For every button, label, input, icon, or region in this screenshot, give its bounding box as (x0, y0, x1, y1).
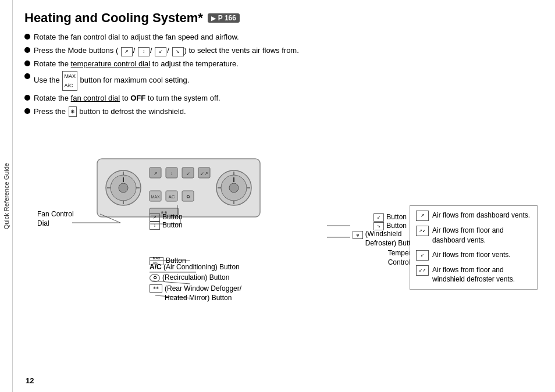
ac-button-label: A/C (Air Conditioning) Button (150, 263, 240, 272)
info-text-4: Air flows from floor and windshield defr… (432, 265, 531, 285)
mode-icon-4: ↘ (172, 47, 184, 56)
info-box: ↗ Air flows from dashboard vents. ↗↙ Air… (410, 205, 538, 290)
mode-icon-2: ↕ (138, 47, 150, 56)
list-item: Rotate the fan control dial to adjust th… (24, 31, 543, 43)
svg-point-3 (119, 183, 128, 193)
svg-text:↙↗: ↙↗ (200, 171, 208, 176)
bullet-text: Rotate the fan control dial to OFF to tu… (34, 92, 220, 104)
svg-text:↕: ↕ (170, 171, 173, 176)
bullet-text: Press the Mode buttons ( ↗/ ↕/ ↙/ ↘) to … (34, 45, 299, 56)
mode-icon-3: ↙ (155, 47, 166, 56)
list-item: Press the Mode buttons ( ↗/ ↕/ ↙/ ↘) to … (24, 45, 543, 56)
info-icon-4: ↙↗ (416, 265, 429, 276)
ref-number: P 166 (218, 14, 236, 22)
svg-text:↗: ↗ (154, 171, 158, 176)
bullet-list: Rotate the fan control dial to adjust th… (24, 31, 543, 117)
svg-point-25 (229, 183, 239, 193)
bullet-text: Rotate the fan control dial to adjust th… (34, 31, 239, 43)
info-row-2: ↗↙ Air flows from floor and dashboard ve… (416, 226, 531, 245)
page-ref-badge: ▶ P 166 (208, 13, 240, 23)
info-icon-3: ↙ (416, 250, 429, 261)
max-icon-inline: MAXA/C (62, 71, 77, 91)
list-item: Rotate the fan control dial to OFF to tu… (24, 92, 543, 104)
svg-text:♻: ♻ (186, 194, 190, 199)
sidebar-label: Quick Reference Guide (3, 163, 10, 229)
info-row-1: ↗ Air flows from dashboard vents. (416, 211, 531, 221)
bullet-icon (24, 95, 30, 101)
info-icon-2: ↗↙ (416, 226, 429, 236)
diagram-area: ↗ ↕ ↙ ↙↗ MAX AC ♻ ❄❄ (24, 124, 543, 322)
btn-topright2-label: ↘ Button (373, 221, 407, 230)
info-text-3: Air flows from floor vents. (432, 250, 511, 260)
svg-text:AC: AC (168, 194, 175, 199)
info-text-1: Air flows from dashboard vents. (432, 211, 530, 220)
fan-control-label: Fan ControlDial (37, 210, 74, 228)
title-text: Heating and Cooling System* (24, 10, 203, 26)
mode-icon-1: ↗ (121, 47, 133, 56)
info-icon-1: ↗ (416, 211, 429, 221)
bullet-icon (24, 60, 30, 66)
sidebar: Quick Reference Guide (0, 0, 13, 392)
btn-topright1-label: ↙ Button (373, 212, 407, 222)
defrost-icon-inline: ❄ (69, 106, 77, 117)
list-item: Press the ❄ button to defrost the windsh… (24, 106, 543, 117)
info-row-3: ↙ Air flows from floor vents. (416, 250, 531, 261)
bullet-text: Rotate the temperature control dial to a… (34, 58, 239, 70)
main-content: Heating and Cooling System* ▶ P 166 Rota… (13, 0, 555, 392)
list-item: Rotate the temperature control dial to a… (24, 58, 543, 70)
bullet-icon (24, 73, 30, 79)
page-number: 12 (26, 376, 34, 385)
svg-text:↙: ↙ (186, 171, 190, 176)
bullet-text: Press the ❄ button to defrost the windsh… (34, 106, 186, 117)
info-row-4: ↙↗ Air flows from floor and windshield d… (416, 265, 531, 285)
bullet-text: Use the MAXA/C button for maximum cool s… (34, 71, 189, 91)
btn-topleft2-label: ↕ Button (150, 220, 183, 230)
bullet-icon (24, 34, 30, 40)
rear-defogger-label: ❄❄ (Rear Window Defogger/Heated Mirror) … (150, 283, 241, 302)
recirc-button-label: ♻ (Recirculation) Button (150, 273, 229, 283)
list-item: Use the MAXA/C button for maximum cool s… (24, 71, 543, 91)
page-title: Heating and Cooling System* ▶ P 166 (24, 10, 543, 26)
svg-text:MAX: MAX (151, 195, 160, 199)
bullet-icon (24, 47, 30, 53)
info-text-2: Air flows from floor and dashboard vents… (432, 226, 531, 245)
bullet-icon (24, 108, 30, 114)
windshield-defroster-label: ❄ (WindshieldDefroster) Button (353, 230, 418, 248)
